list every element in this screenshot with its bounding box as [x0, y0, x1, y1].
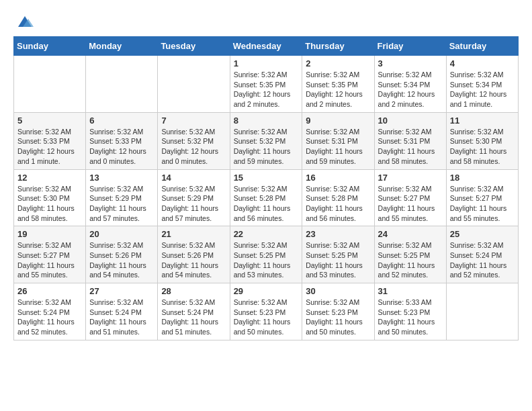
day-number: 11	[450, 116, 515, 126]
day-number: 17	[378, 173, 443, 183]
calendar-cell	[86, 56, 158, 113]
calendar-cell: 28Sunrise: 5:32 AMSunset: 5:24 PMDayligh…	[158, 283, 230, 340]
day-info: Sunrise: 5:32 AMSunset: 5:34 PMDaylight:…	[378, 70, 443, 109]
day-info: Sunrise: 5:32 AMSunset: 5:28 PMDaylight:…	[306, 184, 370, 224]
calendar-cell: 18Sunrise: 5:32 AMSunset: 5:27 PMDayligh…	[446, 169, 518, 226]
day-number: 28	[161, 286, 226, 296]
calendar-cell: 13Sunrise: 5:32 AMSunset: 5:29 PMDayligh…	[86, 169, 158, 226]
calendar-cell: 8Sunrise: 5:32 AMSunset: 5:32 PMDaylight…	[230, 112, 302, 169]
day-info: Sunrise: 5:32 AMSunset: 5:24 PMDaylight:…	[17, 298, 82, 337]
calendar-cell: 14Sunrise: 5:32 AMSunset: 5:29 PMDayligh…	[158, 169, 230, 226]
day-number: 6	[89, 116, 154, 126]
day-number: 5	[17, 116, 82, 126]
logo-icon	[15, 13, 35, 30]
calendar-cell: 20Sunrise: 5:32 AMSunset: 5:26 PMDayligh…	[86, 226, 158, 283]
day-info: Sunrise: 5:32 AMSunset: 5:33 PMDaylight:…	[89, 127, 154, 167]
day-info: Sunrise: 5:32 AMSunset: 5:31 PMDaylight:…	[378, 127, 443, 167]
calendar-cell: 10Sunrise: 5:32 AMSunset: 5:31 PMDayligh…	[374, 112, 446, 169]
day-number: 14	[161, 173, 226, 183]
day-info: Sunrise: 5:32 AMSunset: 5:27 PMDaylight:…	[450, 184, 515, 224]
day-number: 3	[378, 58, 443, 68]
day-info: Sunrise: 5:32 AMSunset: 5:25 PMDaylight:…	[306, 240, 370, 280]
day-info: Sunrise: 5:32 AMSunset: 5:32 PMDaylight:…	[161, 127, 226, 167]
calendar-cell: 19Sunrise: 5:32 AMSunset: 5:27 PMDayligh…	[14, 226, 86, 283]
day-info: Sunrise: 5:32 AMSunset: 5:34 PMDaylight:…	[450, 70, 515, 109]
day-info: Sunrise: 5:32 AMSunset: 5:30 PMDaylight:…	[450, 127, 515, 167]
page-header	[13, 13, 519, 30]
day-number: 8	[234, 116, 299, 126]
calendar-cell: 3Sunrise: 5:32 AMSunset: 5:34 PMDaylight…	[374, 56, 446, 113]
calendar-cell: 16Sunrise: 5:32 AMSunset: 5:28 PMDayligh…	[302, 169, 374, 226]
calendar-cell: 4Sunrise: 5:32 AMSunset: 5:34 PMDaylight…	[446, 56, 518, 113]
day-number: 7	[161, 116, 226, 126]
calendar-cell: 11Sunrise: 5:32 AMSunset: 5:30 PMDayligh…	[446, 112, 518, 169]
calendar-cell	[446, 283, 518, 340]
day-number: 30	[306, 286, 370, 296]
day-number: 31	[378, 286, 443, 296]
calendar-cell: 6Sunrise: 5:32 AMSunset: 5:33 PMDaylight…	[86, 112, 158, 169]
calendar-cell: 27Sunrise: 5:32 AMSunset: 5:24 PMDayligh…	[86, 283, 158, 340]
calendar-table: SundayMondayTuesdayWednesdayThursdayFrid…	[13, 36, 519, 340]
day-info: Sunrise: 5:32 AMSunset: 5:25 PMDaylight:…	[234, 240, 299, 280]
calendar-cell: 2Sunrise: 5:32 AMSunset: 5:35 PMDaylight…	[302, 56, 374, 113]
day-number: 26	[17, 286, 82, 296]
day-number: 23	[306, 229, 370, 239]
day-number: 21	[161, 229, 226, 239]
calendar-week-row: 1Sunrise: 5:32 AMSunset: 5:35 PMDaylight…	[14, 56, 519, 113]
calendar-cell: 22Sunrise: 5:32 AMSunset: 5:25 PMDayligh…	[230, 226, 302, 283]
day-of-week-header: Monday	[86, 37, 158, 56]
day-number: 27	[89, 286, 154, 296]
calendar-week-row: 26Sunrise: 5:32 AMSunset: 5:24 PMDayligh…	[14, 283, 519, 340]
day-info: Sunrise: 5:32 AMSunset: 5:23 PMDaylight:…	[306, 298, 370, 337]
calendar-cell: 17Sunrise: 5:32 AMSunset: 5:27 PMDayligh…	[374, 169, 446, 226]
day-number: 25	[450, 229, 515, 239]
day-number: 29	[234, 286, 299, 296]
calendar-cell: 9Sunrise: 5:32 AMSunset: 5:31 PMDaylight…	[302, 112, 374, 169]
day-info: Sunrise: 5:32 AMSunset: 5:30 PMDaylight:…	[17, 184, 82, 224]
day-number: 18	[450, 173, 515, 183]
day-info: Sunrise: 5:32 AMSunset: 5:31 PMDaylight:…	[306, 127, 370, 167]
day-info: Sunrise: 5:32 AMSunset: 5:26 PMDaylight:…	[161, 240, 226, 280]
day-number: 10	[378, 116, 443, 126]
day-info: Sunrise: 5:32 AMSunset: 5:32 PMDaylight:…	[234, 127, 299, 167]
day-number: 4	[450, 58, 515, 68]
calendar-cell: 29Sunrise: 5:32 AMSunset: 5:23 PMDayligh…	[230, 283, 302, 340]
day-number: 24	[378, 229, 443, 239]
logo	[13, 13, 35, 30]
day-number: 15	[234, 173, 299, 183]
day-number: 19	[17, 229, 82, 239]
day-number: 12	[17, 173, 82, 183]
day-of-week-header: Thursday	[302, 37, 374, 56]
day-number: 1	[234, 58, 299, 68]
day-info: Sunrise: 5:32 AMSunset: 5:24 PMDaylight:…	[450, 240, 515, 280]
calendar-cell: 12Sunrise: 5:32 AMSunset: 5:30 PMDayligh…	[14, 169, 86, 226]
calendar-cell: 24Sunrise: 5:32 AMSunset: 5:25 PMDayligh…	[374, 226, 446, 283]
day-info: Sunrise: 5:33 AMSunset: 5:23 PMDaylight:…	[378, 298, 443, 337]
day-info: Sunrise: 5:32 AMSunset: 5:24 PMDaylight:…	[89, 298, 154, 337]
calendar-cell: 26Sunrise: 5:32 AMSunset: 5:24 PMDayligh…	[14, 283, 86, 340]
day-of-week-header: Tuesday	[158, 37, 230, 56]
calendar-cell: 15Sunrise: 5:32 AMSunset: 5:28 PMDayligh…	[230, 169, 302, 226]
day-info: Sunrise: 5:32 AMSunset: 5:35 PMDaylight:…	[306, 70, 370, 109]
calendar-header-row: SundayMondayTuesdayWednesdayThursdayFrid…	[14, 37, 519, 56]
day-info: Sunrise: 5:32 AMSunset: 5:28 PMDaylight:…	[234, 184, 299, 224]
day-of-week-header: Wednesday	[230, 37, 302, 56]
calendar-cell: 25Sunrise: 5:32 AMSunset: 5:24 PMDayligh…	[446, 226, 518, 283]
day-number: 22	[234, 229, 299, 239]
day-number: 16	[306, 173, 370, 183]
day-info: Sunrise: 5:32 AMSunset: 5:23 PMDaylight:…	[234, 298, 299, 337]
day-info: Sunrise: 5:32 AMSunset: 5:29 PMDaylight:…	[89, 184, 154, 224]
day-number: 20	[89, 229, 154, 239]
calendar-cell: 31Sunrise: 5:33 AMSunset: 5:23 PMDayligh…	[374, 283, 446, 340]
calendar-cell: 1Sunrise: 5:32 AMSunset: 5:35 PMDaylight…	[230, 56, 302, 113]
calendar-week-row: 19Sunrise: 5:32 AMSunset: 5:27 PMDayligh…	[14, 226, 519, 283]
calendar-week-row: 12Sunrise: 5:32 AMSunset: 5:30 PMDayligh…	[14, 169, 519, 226]
calendar-cell: 30Sunrise: 5:32 AMSunset: 5:23 PMDayligh…	[302, 283, 374, 340]
calendar-cell: 23Sunrise: 5:32 AMSunset: 5:25 PMDayligh…	[302, 226, 374, 283]
day-number: 13	[89, 173, 154, 183]
day-of-week-header: Sunday	[14, 37, 86, 56]
calendar-cell: 5Sunrise: 5:32 AMSunset: 5:33 PMDaylight…	[14, 112, 86, 169]
day-info: Sunrise: 5:32 AMSunset: 5:27 PMDaylight:…	[378, 184, 443, 224]
calendar-cell: 7Sunrise: 5:32 AMSunset: 5:32 PMDaylight…	[158, 112, 230, 169]
day-info: Sunrise: 5:32 AMSunset: 5:27 PMDaylight:…	[17, 240, 82, 280]
